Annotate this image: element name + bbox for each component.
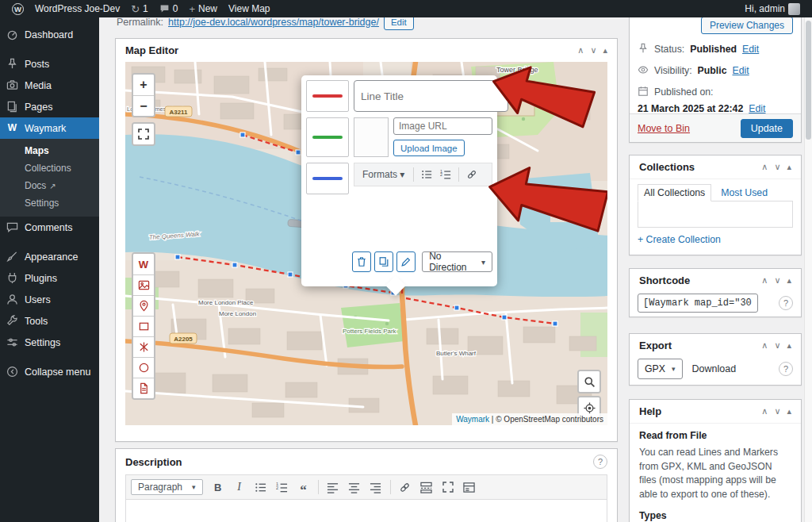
line-tool-button[interactable] <box>133 336 154 357</box>
edit-visibility-link[interactable]: Edit <box>733 65 749 76</box>
sidebar-item-tools[interactable]: Tools <box>0 310 99 332</box>
external-link-icon: ↗ <box>49 182 56 190</box>
sliders-icon <box>6 336 18 348</box>
view-map-menu[interactable]: View Map <box>223 0 275 17</box>
zoom-in-button[interactable]: + <box>133 75 154 95</box>
align-center-button[interactable] <box>345 478 364 496</box>
collapse-menu-button[interactable]: Collapse menu <box>0 361 99 382</box>
add-image-tool-button[interactable] <box>133 274 154 295</box>
fullscreen-button[interactable] <box>133 124 154 144</box>
line-style-red-swatch[interactable] <box>306 80 349 112</box>
marker-tool-button[interactable] <box>133 295 154 316</box>
new-menu[interactable]: + New <box>183 0 223 17</box>
order-down-icon[interactable]: ∨ <box>774 162 780 172</box>
order-down-icon[interactable]: ∨ <box>774 406 780 416</box>
page-scrollbar[interactable] <box>804 17 812 522</box>
edit-line-button[interactable] <box>396 251 416 272</box>
description-text-area[interactable] <box>126 500 607 522</box>
align-right-button[interactable] <box>366 478 385 496</box>
image-url-input[interactable] <box>393 117 492 135</box>
bullet-list-icon[interactable] <box>418 166 435 183</box>
sidebar-item-comments[interactable]: Comments <box>0 217 99 238</box>
description-help-button[interactable]: ? <box>593 455 607 469</box>
rectangle-tool-button[interactable] <box>133 316 154 336</box>
sidebar-item-settings[interactable]: Settings <box>0 332 99 353</box>
blockquote-button[interactable]: “ <box>294 478 313 496</box>
read-more-button[interactable] <box>417 478 436 496</box>
order-down-icon[interactable]: ∨ <box>590 45 596 56</box>
insert-link-button[interactable] <box>396 478 415 496</box>
site-name-menu[interactable]: WordPress Joe-Dev <box>29 0 125 17</box>
tab-most-used[interactable]: Most Used <box>721 185 768 201</box>
export-format-select[interactable]: GPX ▾ <box>638 359 683 379</box>
toggle-panel-icon[interactable]: ▴ <box>787 162 791 172</box>
fullscreen-button[interactable] <box>439 478 458 496</box>
align-left-button[interactable] <box>324 478 343 496</box>
sidebar-item-pages[interactable]: Pages <box>0 96 99 117</box>
order-up-icon[interactable]: ∧ <box>577 45 584 56</box>
waymark-tool-button[interactable]: W <box>133 254 154 274</box>
waymark-attribution-link[interactable]: Waymark <box>456 415 489 424</box>
paragraph-dropdown[interactable]: Paragraph ▾ <box>131 479 203 495</box>
move-to-bin-link[interactable]: Move to Bin <box>638 123 690 134</box>
toggle-panel-icon[interactable]: ▴ <box>787 340 791 351</box>
toggle-panel-icon[interactable]: ▴ <box>603 45 607 56</box>
formats-dropdown[interactable]: Formats ▾ <box>358 169 409 180</box>
search-button[interactable] <box>579 371 599 392</box>
sidebar-item-plugins[interactable]: Plugins <box>0 267 99 289</box>
download-button[interactable]: Download <box>692 363 770 374</box>
sidebar-item-dashboard[interactable]: Dashboard <box>0 24 99 45</box>
edit-status-link[interactable]: Edit <box>742 44 759 55</box>
export-help-button[interactable]: ? <box>779 362 793 376</box>
permalink-url[interactable]: http://joe-dev.local/wordpress/map/tower… <box>168 17 379 28</box>
italic-button[interactable]: I <box>230 478 249 496</box>
duplicate-line-button[interactable] <box>374 251 393 272</box>
order-up-icon[interactable]: ∧ <box>761 162 768 172</box>
sidebar-item-users[interactable]: Users <box>0 289 99 310</box>
submenu-item-settings[interactable]: Settings <box>0 194 99 212</box>
order-up-icon[interactable]: ∧ <box>761 340 768 351</box>
updates-menu[interactable]: ↻ 1 <box>125 0 154 17</box>
order-up-icon[interactable]: ∧ <box>761 406 768 416</box>
line-style-blue-swatch[interactable] <box>306 163 349 194</box>
bold-button[interactable]: B <box>209 478 228 496</box>
line-title-input[interactable] <box>354 80 508 112</box>
sidebar-item-waymark[interactable]: W Waymark <box>0 117 99 139</box>
direction-select[interactable]: No Direction ▾ <box>422 251 492 272</box>
upload-image-button[interactable]: Upload Image <box>393 140 465 156</box>
submenu-item-maps[interactable]: Maps <box>0 142 99 159</box>
create-collection-link[interactable]: + Create Collection <box>638 234 721 245</box>
toggle-panel-icon[interactable]: ▴ <box>787 275 791 286</box>
collections-checklist[interactable] <box>638 201 793 228</box>
account-menu[interactable]: Hi, admin <box>739 0 806 17</box>
line-style-green-swatch[interactable] <box>306 117 349 157</box>
file-tool-button[interactable] <box>133 378 154 398</box>
order-up-icon[interactable]: ∧ <box>761 275 768 286</box>
wp-logo-menu[interactable]: W <box>6 0 29 17</box>
bullet-list-button[interactable] <box>251 478 270 496</box>
tab-all-collections[interactable]: All Collections <box>638 184 711 202</box>
order-down-icon[interactable]: ∨ <box>774 340 780 351</box>
delete-line-button[interactable] <box>352 251 371 272</box>
sidebar-item-appearance[interactable]: Appearance <box>0 246 99 267</box>
scrollbar-thumb[interactable] <box>806 21 811 140</box>
order-down-icon[interactable]: ∨ <box>774 275 780 286</box>
numbered-list-icon[interactable]: 12 <box>437 166 454 183</box>
preview-changes-button[interactable]: Preview Changes <box>701 17 793 34</box>
update-button[interactable]: Update <box>741 119 793 138</box>
toolbar-toggle-button[interactable] <box>460 478 479 496</box>
line-description-editor[interactable] <box>306 196 492 251</box>
zoom-out-button[interactable]: − <box>133 95 154 116</box>
comments-menu[interactable]: 0 <box>154 0 184 17</box>
numbered-list-button[interactable]: 12 <box>273 478 292 496</box>
link-icon[interactable] <box>463 166 481 183</box>
toggle-panel-icon[interactable]: ▴ <box>787 406 791 416</box>
sidebar-item-posts[interactable]: Posts <box>0 53 99 75</box>
sidebar-item-media[interactable]: Media <box>0 75 99 96</box>
submenu-item-collections[interactable]: Collections <box>0 159 99 177</box>
circle-tool-button[interactable] <box>133 357 154 378</box>
edit-published-link[interactable]: Edit <box>749 103 765 114</box>
submenu-item-docs[interactable]: Docs↗ <box>0 177 99 194</box>
shortcode-input[interactable] <box>638 294 758 313</box>
shortcode-help-button[interactable]: ? <box>779 296 793 310</box>
